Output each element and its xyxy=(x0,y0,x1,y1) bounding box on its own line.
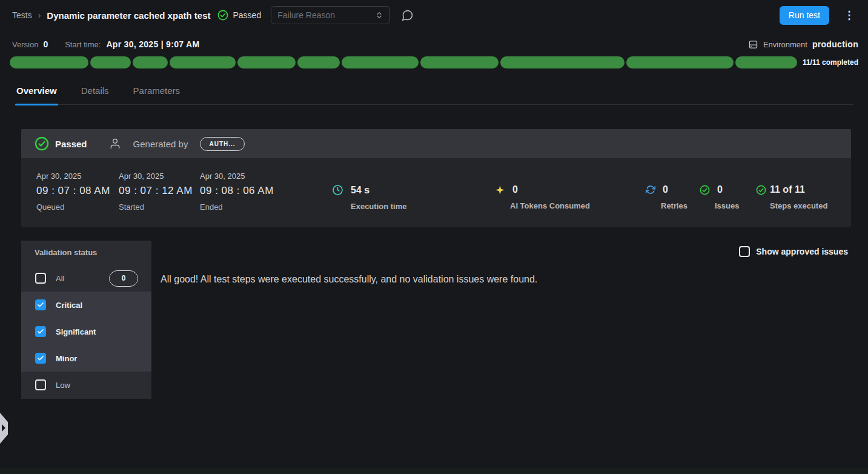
progress-segment xyxy=(626,56,734,68)
progress-segment xyxy=(90,56,131,68)
ai-tokens-metric: 0 AI Tokens Consumed xyxy=(495,184,590,210)
summary-card-header: Passed Generated by AUTH... xyxy=(21,129,851,158)
show-approved-issues-toggle[interactable]: Show approved issues xyxy=(739,246,848,257)
progress-segment xyxy=(735,56,797,68)
progress-completed-text: 11/11 completed xyxy=(803,58,858,67)
queued-timestamp: Apr 30, 2025 09 : 07 : 08 AM Queued xyxy=(36,172,110,212)
filter-option-significant[interactable]: Significant xyxy=(21,318,151,345)
filter-option-minor[interactable]: Minor xyxy=(21,345,151,372)
progress-segment xyxy=(420,56,499,68)
breadcrumb-chevron-icon: › xyxy=(38,10,41,20)
filter-option-low[interactable]: Low xyxy=(21,372,151,398)
started-date: Apr 30, 2025 xyxy=(119,172,193,181)
started-time: 09 : 07 : 12 AM xyxy=(119,185,193,197)
all-good-message: All good! All test steps were executed s… xyxy=(161,274,537,285)
status-text: Passed xyxy=(233,10,261,20)
progress-segment xyxy=(10,56,88,68)
app-root: Tests › Dynamic parameter cached xpath t… xyxy=(0,0,868,474)
execution-time-label: Execution time xyxy=(351,202,406,211)
check-circle-icon xyxy=(756,185,766,195)
expand-drawer-handle[interactable] xyxy=(0,413,8,444)
environment-info: Environment production xyxy=(748,39,858,50)
issues-value: 0 xyxy=(717,184,723,195)
checkbox-all[interactable] xyxy=(35,273,46,284)
refresh-icon xyxy=(646,185,655,195)
check-icon xyxy=(37,355,44,362)
status-badge: Passed xyxy=(217,10,261,21)
severity-group: Critical Significant Minor xyxy=(21,292,151,372)
comment-button[interactable] xyxy=(401,9,414,22)
show-approved-label: Show approved issues xyxy=(756,247,848,256)
checkbox-critical[interactable] xyxy=(35,299,46,310)
tab-overview[interactable]: Overview xyxy=(15,81,58,104)
meta-row: Version 0 Start time: Apr 30, 2025 | 9:0… xyxy=(12,36,858,52)
summary-card-body: Apr 30, 2025 09 : 07 : 08 AM Queued Apr … xyxy=(21,158,851,227)
steps-executed-metric: 11 of 11 Steps executed xyxy=(756,184,827,210)
check-circle-icon xyxy=(217,10,228,21)
progress-segment xyxy=(237,56,296,68)
failure-reason-select[interactable]: Failure Reason xyxy=(271,6,390,24)
checkbox-low[interactable] xyxy=(35,379,46,390)
topbar-actions: Run test ⋮ xyxy=(780,6,858,25)
check-icon xyxy=(37,301,44,309)
queued-time: 09 : 07 : 08 AM xyxy=(36,185,110,197)
checkbox-show-approved[interactable] xyxy=(739,246,750,257)
topbar: Tests › Dynamic parameter cached xpath t… xyxy=(0,0,868,30)
issues-metric: 0 Issues xyxy=(700,184,739,210)
started-label: Started xyxy=(119,202,193,212)
version-label: Version xyxy=(12,40,38,49)
ended-timestamp: Apr 30, 2025 09 : 08 : 06 AM Ended xyxy=(200,172,274,212)
execution-time-metric: 54 s Execution time xyxy=(332,184,406,211)
tab-details[interactable]: Details xyxy=(80,81,110,104)
ai-tokens-label: AI Tokens Consumed xyxy=(510,201,590,210)
retries-value: 0 xyxy=(663,184,668,195)
execution-time-value: 54 s xyxy=(351,185,369,196)
version-value: 0 xyxy=(43,39,48,49)
ai-tokens-value: 0 xyxy=(512,184,518,195)
progress-segment xyxy=(133,56,168,68)
more-options-icon[interactable]: ⋮ xyxy=(840,7,858,23)
ended-date: Apr 30, 2025 xyxy=(200,172,274,181)
filter-significant-label: Significant xyxy=(56,327,96,336)
page-title: Dynamic parameter cached xpath test xyxy=(47,10,210,21)
queued-label: Queued xyxy=(36,202,110,212)
filter-option-critical[interactable]: Critical xyxy=(21,292,151,318)
filter-all-label: All xyxy=(56,274,64,283)
generated-by-label: Generated by xyxy=(133,139,188,149)
generated-by-chip[interactable]: AUTH... xyxy=(200,137,244,151)
progress-segment xyxy=(342,56,419,68)
queued-date: Apr 30, 2025 xyxy=(36,172,110,181)
ended-time: 09 : 08 : 06 AM xyxy=(200,185,274,197)
progress-bar xyxy=(10,56,797,68)
progress-segment xyxy=(297,56,340,68)
comment-icon xyxy=(401,9,414,22)
failure-reason-placeholder: Failure Reason xyxy=(277,10,335,20)
filter-low-label: Low xyxy=(56,381,70,390)
breadcrumb-tests[interactable]: Tests xyxy=(12,10,32,20)
checkbox-minor[interactable] xyxy=(35,353,46,364)
filter-option-all[interactable]: All 0 xyxy=(21,265,151,292)
check-circle-icon xyxy=(700,185,710,195)
summary-card: Passed Generated by AUTH... Apr 30, 2025… xyxy=(21,129,851,227)
issues-label: Issues xyxy=(715,201,739,210)
validation-status-panel: Validation status All 0 Critical Signifi… xyxy=(21,241,151,399)
validation-status-title: Validation status xyxy=(35,248,97,257)
progress-segment xyxy=(500,56,624,68)
bottom-bar xyxy=(0,468,868,474)
steps-executed-label: Steps executed xyxy=(770,201,827,210)
checkbox-significant[interactable] xyxy=(35,326,46,337)
progress-segment xyxy=(170,56,236,68)
tab-parameters[interactable]: Parameters xyxy=(132,81,182,104)
retries-metric: 0 Retries xyxy=(646,184,687,210)
filter-critical-label: Critical xyxy=(56,301,82,310)
steps-executed-value: 11 of 11 xyxy=(770,184,805,195)
filter-minor-label: Minor xyxy=(56,354,77,363)
user-icon xyxy=(109,138,121,150)
environment-label: Environment xyxy=(763,40,807,49)
start-time-value: Apr 30, 2025 | 9:07 AM xyxy=(106,39,199,49)
ended-label: Ended xyxy=(200,202,274,212)
sparkle-icon xyxy=(495,185,505,195)
tab-bar: Overview Details Parameters xyxy=(15,81,853,105)
run-test-button[interactable]: Run test xyxy=(780,6,829,25)
environment-value: production xyxy=(812,39,858,49)
